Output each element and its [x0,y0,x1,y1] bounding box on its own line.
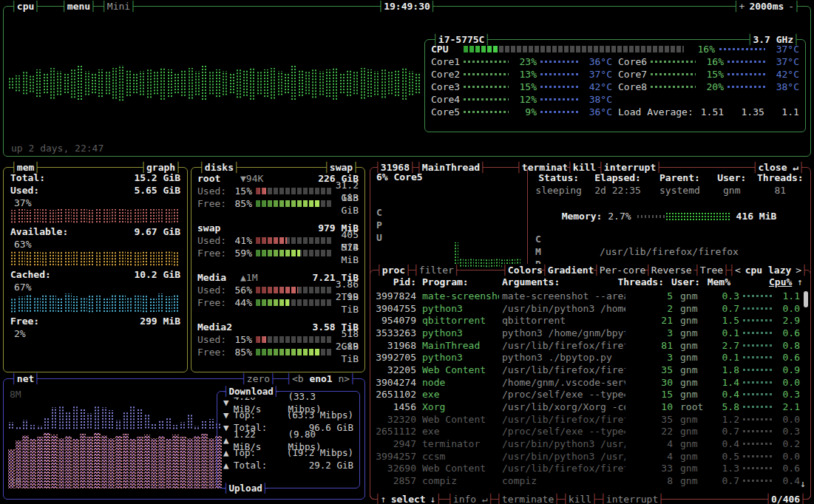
process-row[interactable]: 2947terminator/usr/bin/python3 /usr/bin/… [375,437,803,450]
graph-bar [26,295,33,313]
core-temp-graph [727,73,766,75]
process-user: gnm [680,290,713,302]
rate-increase-button[interactable]: + [739,0,745,13]
column-threads[interactable]: Threads: [617,276,664,288]
column-user[interactable]: User: [671,276,704,288]
graph-bar [394,70,400,97]
process-row[interactable]: 32320Web Content/usr/lib/firefox/firefox… [375,413,803,426]
net-stat-value: (63.3 Mibps) [287,409,353,421]
net-stat-row: ▼4.20 MiB/s(33.3 Mibps) [223,396,353,409]
mem-graph-toggle[interactable]: ┤graph├ [140,161,181,174]
process-cpu: 0.0 [778,450,800,463]
option-per-core[interactable]: ┤Per-core├ [594,264,651,276]
graph-bar [215,69,221,98]
process-threads: 8 [625,474,673,487]
core-temp-graph [727,61,766,63]
option-reverse[interactable]: ┤Reverse├ [645,264,697,276]
process-row[interactable]: 1456Xorg/usr/lib/xorg/Xorg -core :0 -10r… [375,401,803,413]
graph-bar [65,436,72,488]
column-pid[interactable]: Pid: [375,276,416,288]
graph-bar [37,426,44,429]
footer-kill[interactable]: ┤kill├ [563,493,597,504]
footer-interrupt[interactable]: ┤interrupt├ [600,493,664,504]
process-program: Web Content [422,413,499,426]
column-program[interactable]: Program: [422,276,499,288]
tab-filter[interactable]: ┤filter├ [413,264,460,276]
disk-free-line: Free:44%2.99 TiB [197,296,359,309]
process-row[interactable]: 3904755python3/usr/bin/python3 /home/gnm… [375,302,803,315]
footer-info[interactable]: ┤info ↵├ [447,493,494,504]
process-mem: 0.7 [713,302,739,315]
process-row[interactable]: 2651102exe/proc/self/exe --type=gpu-pro1… [375,389,803,401]
process-row[interactable]: 3994257ccsm/usr/bin/python3 /usr/bin/ccs… [375,450,803,463]
graph-bar [415,72,421,94]
graph-bar [485,259,489,268]
process-row[interactable]: 3904274node/home/gnm/.vscode-server/bin/… [375,376,803,389]
core-temp-value: 37°C [770,55,799,68]
graph-bar [166,418,172,429]
footer-select[interactable]: ┤↑select↓├ [375,493,441,504]
graph-bar [41,209,48,223]
graph-bar [10,210,17,223]
column-arguments[interactable]: Arguments: [502,276,617,288]
process-program: Web Content [422,462,499,474]
graph-bar [18,209,24,223]
footer-terminate[interactable]: ┤terminate├ [496,493,560,504]
option-tree[interactable]: ┤Tree├ [694,264,729,276]
net-zero-button[interactable]: ┤zero├ [241,372,276,385]
process-program: MainThread [422,339,499,352]
process-arguments: /usr/lib/firefox/firefox -con [502,462,625,474]
disk-line-label: Used: [197,284,230,296]
net-stat-label: Top: [234,446,256,459]
option-gradient[interactable]: ┤Gradient├ [542,264,600,276]
graph-bar [26,210,33,223]
disk-line-label: Free: [197,346,230,358]
rate-decrease-button[interactable]: - [788,0,794,13]
core-temp-graph [540,86,579,88]
process-user: gnm [680,339,713,352]
disks-swap-toggle[interactable]: ┤swap├ [324,161,359,174]
process-row[interactable]: 3997824mate-screenshomate-screenshot --a… [375,290,803,302]
graph-bar [80,409,87,429]
process-row[interactable]: 954079qbittorrentqbittorrent21gnm1.52.9 [375,314,803,327]
net-stat-row: ▲Top:(19.2 Mibps) [223,446,353,459]
core-usage-graph [464,86,509,88]
graph-bar [80,251,87,266]
menu-button[interactable]: ┤menu├ [61,0,96,13]
process-row[interactable]: 32690Web Content/usr/lib/firefox/firefox… [375,463,803,475]
scroll-down-icon[interactable]: ↓ [800,477,806,490]
graph-bar [149,297,156,313]
graph-bar [108,410,115,429]
sort-selector[interactable]: ┤<cpu lazy>├ [729,264,807,276]
process-row[interactable]: 31968MainThread/usr/lib/firefox/firefox8… [375,339,803,352]
disk-name: Media [197,271,240,284]
cpu-box-title[interactable]: ┤cpu├ [11,0,40,13]
graph-bar [157,293,164,313]
mini-mode-button[interactable]: ┤Mini├ [101,0,136,13]
direction-arrow-icon: ▲ [223,434,234,446]
graph-bar [18,251,24,266]
process-user: gnm [680,462,713,474]
graph-bar [137,409,143,429]
tab-proc[interactable]: ┤proc├ [376,264,411,276]
graph-bar [115,436,122,488]
graph-bar [325,69,331,98]
process-cpu: 0.0 [778,413,800,426]
graph-bar [94,432,101,488]
process-user: gnm [680,327,713,339]
process-row[interactable]: 3533263python3python3 /home/gnm/bpytop/b… [375,327,803,339]
process-cpu-graph [743,467,774,469]
core-temp-value: 36°C [583,106,612,118]
process-arguments: /proc/self/exe --type=rendere [502,425,625,437]
process-row[interactable]: 2857compizcompiz8gnm0.70.4 [375,474,803,487]
column-mem[interactable]: Mem% [704,276,730,288]
net-interface-switcher[interactable]: ┤<b eno1 n>├ [286,372,356,385]
process-scrollbar[interactable] [804,291,808,307]
process-row[interactable]: 3992705python3python3 ./bpytop.py3gnm0.1… [375,351,803,364]
mem-stat-value: 299 MiB [140,315,180,327]
column-cpu[interactable]: Cpu% [769,276,791,288]
graph-bar [118,65,124,101]
process-row[interactable]: 32205Web Content/usr/lib/firefox/firefox… [375,364,803,376]
net-box: ┤net├ ┤zero├ ┤<b eno1 n>├ 8M 1M ┤Downloa… [3,378,365,500]
process-row[interactable]: 2651112exe/proc/self/exe --type=rendere2… [375,426,803,438]
